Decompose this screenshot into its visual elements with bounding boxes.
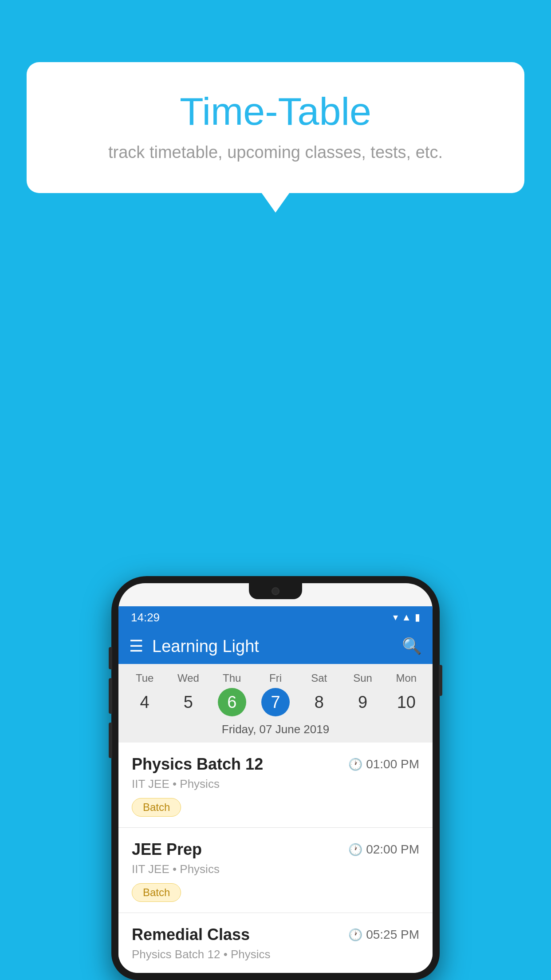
item-time: 🕐02:00 PM: [348, 842, 419, 857]
clock-icon: 🕐: [348, 843, 362, 857]
day-name: Sun: [353, 672, 372, 684]
hero-title: Time-Table: [62, 89, 489, 134]
hero-section: Time-Table track timetable, upcoming cla…: [27, 62, 524, 193]
item-title: Remedial Class: [132, 925, 250, 944]
day-column[interactable]: Tue4: [123, 672, 166, 716]
day-name: Fri: [269, 672, 282, 684]
clock-icon: 🕐: [348, 758, 362, 771]
menu-icon[interactable]: ☰: [129, 637, 143, 656]
clock-icon: 🕐: [348, 928, 362, 942]
day-number[interactable]: 6: [218, 688, 246, 716]
schedule-item[interactable]: Remedial Class🕐05:25 PMPhysics Batch 12 …: [118, 913, 433, 973]
day-name: Sat: [311, 672, 327, 684]
item-subtitle: IIT JEE • Physics: [132, 862, 419, 876]
calendar-section: Tue4Wed5Thu6Fri7Sat8Sun9Mon10 Friday, 07…: [118, 664, 433, 743]
phone-screen: 14:29 ▾ ▲ ▮ ☰ Learning Light 🔍 Tue4Wed5T…: [118, 583, 433, 973]
item-title: JEE Prep: [132, 840, 202, 859]
app-bar: ☰ Learning Light 🔍: [118, 628, 433, 664]
schedule-item-header: Remedial Class🕐05:25 PM: [132, 925, 419, 944]
day-name: Mon: [396, 672, 417, 684]
schedule-item[interactable]: Physics Batch 12🕐01:00 PMIIT JEE • Physi…: [118, 743, 433, 828]
item-subtitle: IIT JEE • Physics: [132, 777, 419, 791]
batch-tag: Batch: [132, 798, 181, 817]
battery-icon: ▮: [415, 612, 420, 623]
search-icon[interactable]: 🔍: [402, 637, 422, 656]
signal-icon: ▲: [401, 612, 411, 623]
notch-row: [118, 583, 433, 606]
status-bar: 14:29 ▾ ▲ ▮: [118, 606, 433, 628]
item-time: 🕐05:25 PM: [348, 928, 419, 942]
volume-up-button: [109, 678, 112, 714]
day-name: Thu: [223, 672, 241, 684]
item-time: 🕐01:00 PM: [348, 757, 419, 771]
day-number[interactable]: 7: [261, 688, 290, 716]
phone-mockup: 14:29 ▾ ▲ ▮ ☰ Learning Light 🔍 Tue4Wed5T…: [111, 576, 440, 980]
schedule-item-header: JEE Prep🕐02:00 PM: [132, 840, 419, 859]
day-column[interactable]: Thu6: [210, 672, 254, 716]
day-number[interactable]: 8: [305, 688, 333, 716]
volume-down-button: [109, 723, 112, 758]
schedule-item-header: Physics Batch 12🕐01:00 PM: [132, 755, 419, 774]
speech-bubble: Time-Table track timetable, upcoming cla…: [27, 62, 524, 193]
hero-subtitle: track timetable, upcoming classes, tests…: [62, 143, 489, 162]
day-column[interactable]: Wed5: [166, 672, 210, 716]
wifi-icon: ▾: [393, 612, 398, 623]
day-column[interactable]: Fri7: [254, 672, 297, 716]
schedule-item[interactable]: JEE Prep🕐02:00 PMIIT JEE • PhysicsBatch: [118, 828, 433, 913]
status-time: 14:29: [131, 611, 160, 624]
day-number[interactable]: 5: [174, 688, 202, 716]
day-number[interactable]: 4: [130, 688, 159, 716]
item-subtitle: Physics Batch 12 • Physics: [132, 948, 419, 961]
volume-silent-button: [109, 647, 112, 669]
days-row: Tue4Wed5Thu6Fri7Sat8Sun9Mon10: [118, 668, 433, 718]
power-button: [439, 665, 442, 696]
day-number[interactable]: 9: [349, 688, 377, 716]
front-camera: [272, 587, 279, 595]
day-column[interactable]: Sat8: [297, 672, 341, 716]
day-number[interactable]: 10: [392, 688, 421, 716]
day-name: Wed: [177, 672, 199, 684]
phone-notch: [249, 583, 302, 599]
phone-outer: 14:29 ▾ ▲ ▮ ☰ Learning Light 🔍 Tue4Wed5T…: [111, 576, 440, 980]
day-column[interactable]: Sun9: [341, 672, 384, 716]
schedule-list: Physics Batch 12🕐01:00 PMIIT JEE • Physi…: [118, 743, 433, 973]
time-text: 05:25 PM: [366, 928, 419, 942]
day-name: Tue: [136, 672, 153, 684]
time-text: 01:00 PM: [366, 757, 419, 771]
status-icons: ▾ ▲ ▮: [393, 612, 420, 623]
batch-tag: Batch: [132, 883, 181, 902]
selected-date-label: Friday, 07 June 2019: [118, 718, 433, 743]
app-title: Learning Light: [152, 637, 402, 656]
day-column[interactable]: Mon10: [385, 672, 428, 716]
item-title: Physics Batch 12: [132, 755, 263, 774]
time-text: 02:00 PM: [366, 842, 419, 857]
